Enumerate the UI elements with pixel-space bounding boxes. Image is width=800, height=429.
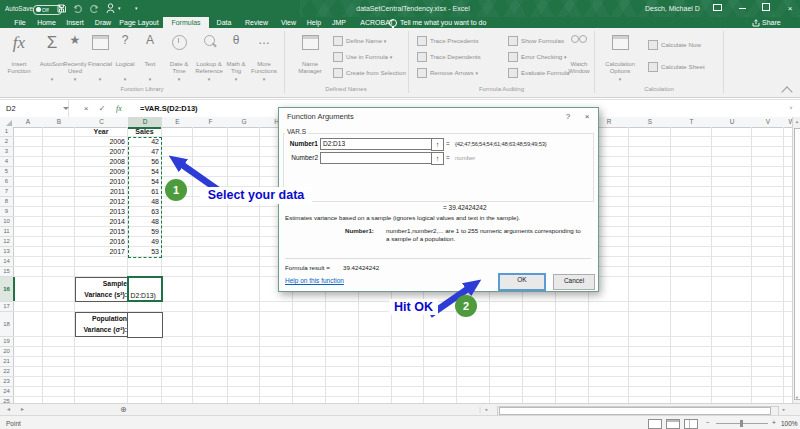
minimize-icon[interactable] xyxy=(731,0,753,17)
tab-formulas[interactable]: Formulas xyxy=(163,17,209,28)
sample-variance-label-cell[interactable]: SampleVariance (s²): xyxy=(75,277,130,302)
insert-function-fx-icon[interactable]: fx xyxy=(112,100,126,117)
number2-collapse-icon[interactable]: ↑ xyxy=(431,152,444,165)
dialog-close-icon[interactable]: × xyxy=(578,108,596,126)
trace-precedents-button[interactable]: Trace Precedents xyxy=(417,34,505,48)
use-in-formula-button[interactable]: Use in Formula ▾ xyxy=(333,50,407,64)
tab-jmp[interactable]: JMP xyxy=(326,17,352,28)
row-header-13[interactable]: 13 xyxy=(0,247,14,257)
row-header-17[interactable]: 17 xyxy=(0,302,14,312)
column-header-T[interactable]: T xyxy=(671,117,712,128)
define-name-button[interactable]: Define Name ▾ xyxy=(333,34,407,48)
row-header-14[interactable]: 14 xyxy=(0,257,14,267)
row-header-20[interactable]: 20 xyxy=(0,347,14,357)
row-header-8[interactable]: 8 xyxy=(0,197,14,207)
column-header-S[interactable]: S xyxy=(629,117,671,128)
column-header-B[interactable]: B xyxy=(43,117,75,128)
year-cell[interactable]: 2010 xyxy=(75,177,129,187)
row-header-11[interactable]: 11 xyxy=(0,227,14,237)
row-header-1[interactable]: 1 xyxy=(0,127,14,137)
qat-caret2-icon[interactable]: ▾ xyxy=(135,0,138,17)
calculate-sheet-button[interactable]: Calculate Sheet xyxy=(648,60,720,74)
hscroll-right-icon[interactable]: ► xyxy=(782,406,786,414)
sales-header-cell[interactable]: Sales xyxy=(128,127,161,137)
year-cell[interactable]: 2007 xyxy=(75,147,129,157)
year-cell[interactable]: 2016 xyxy=(75,237,129,247)
page-layout-view-icon[interactable] xyxy=(666,419,680,429)
tab-page-layout[interactable]: Page Layout xyxy=(115,17,163,28)
name-manager-button[interactable]: Name Manager xyxy=(291,31,329,85)
lookup-reference-button[interactable]: Lookup & Reference▾ xyxy=(194,31,224,85)
row-header-12[interactable]: 12 xyxy=(0,237,14,247)
number1-collapse-icon[interactable]: ↑ xyxy=(431,138,444,151)
year-cell[interactable]: 2006 xyxy=(75,137,129,147)
column-header-U[interactable]: U xyxy=(712,117,752,128)
more-functions-button[interactable]: …More Functions▾ xyxy=(249,31,279,85)
vertical-scroll-thumb[interactable] xyxy=(794,128,800,400)
tab-help[interactable]: Help xyxy=(301,17,327,28)
tab-view[interactable]: View xyxy=(275,17,302,28)
restore-icon[interactable] xyxy=(755,0,777,17)
expand-formula-bar-icon[interactable]: ˅ xyxy=(784,100,798,117)
tab-review[interactable]: Review xyxy=(239,17,274,28)
row-header-4[interactable]: 4 xyxy=(0,157,14,167)
sheet-nav-left-icon[interactable]: ◄ xyxy=(6,404,11,415)
row-header-16[interactable]: 16 xyxy=(0,277,15,302)
row-header-15[interactable]: 15 xyxy=(0,267,14,277)
row-header-21[interactable]: 21 xyxy=(0,357,14,367)
column-header-V[interactable]: V xyxy=(752,117,784,128)
date-time-button[interactable]: Date & Time▾ xyxy=(164,31,194,85)
user-tool-icon[interactable] xyxy=(106,3,115,14)
number2-input[interactable] xyxy=(320,152,432,164)
tab-scroll-divider[interactable]: ⋮ xyxy=(477,406,483,413)
row-header-19[interactable]: 19 xyxy=(0,337,14,347)
tab-acrobat[interactable]: ACROBAT xyxy=(351,17,403,28)
redo-icon[interactable] xyxy=(89,4,99,13)
population-variance-value-cell[interactable] xyxy=(127,312,163,338)
column-header-F[interactable]: F xyxy=(193,117,228,128)
insert-function-button[interactable]: fxInsert Function xyxy=(2,31,36,85)
year-cell[interactable]: 2011 xyxy=(75,187,129,197)
save-icon[interactable] xyxy=(57,4,66,13)
name-box[interactable]: D2 xyxy=(0,100,69,117)
vertical-scrollbar[interactable]: ▲ ▼ xyxy=(792,117,800,403)
tell-me-box[interactable]: Tell me what you want to do xyxy=(400,17,486,28)
cancel-entry-icon[interactable]: × xyxy=(79,100,93,117)
sheet-nav-right-icon[interactable]: ► xyxy=(20,404,25,415)
namebox-dropdown-icon[interactable] xyxy=(63,107,69,110)
ok-button[interactable]: OK xyxy=(498,273,546,291)
row-header-3[interactable]: 3 xyxy=(0,147,14,157)
row-header-24[interactable]: 24 xyxy=(0,387,14,397)
year-cell[interactable]: 2017 xyxy=(75,247,129,257)
dialog-title[interactable]: Function Arguments xyxy=(279,108,606,126)
row-header-10[interactable]: 10 xyxy=(0,217,14,227)
close-icon[interactable]: × xyxy=(779,0,800,17)
row-header-5[interactable]: 5 xyxy=(0,167,14,177)
tab-data[interactable]: Data xyxy=(210,17,238,28)
dialog-help-icon[interactable]: ? xyxy=(559,108,577,126)
normal-view-icon[interactable] xyxy=(648,419,662,429)
share-button[interactable]: Share xyxy=(762,17,781,28)
horizontal-scroll-thumb[interactable] xyxy=(499,407,771,415)
tab-file[interactable]: File xyxy=(8,17,32,28)
active-cell-d16[interactable]: D2:D13) xyxy=(127,276,163,302)
population-variance-label-cell[interactable]: PopulationVariance (σ²): xyxy=(75,312,130,337)
column-header-G[interactable]: G xyxy=(228,117,260,128)
number1-input[interactable]: D2:D13 xyxy=(320,138,432,150)
undo-icon[interactable] xyxy=(73,4,83,13)
formula-bar-text[interactable]: =VAR.S(D2:D13) xyxy=(140,100,198,117)
tab-home[interactable]: Home xyxy=(33,17,60,28)
row-header-7[interactable]: 7 xyxy=(0,187,14,197)
math-trig-button[interactable]: θMath & Trig▾ xyxy=(221,31,251,85)
year-cell[interactable]: 2008 xyxy=(75,157,129,167)
help-on-function-link[interactable]: Help on this function xyxy=(285,277,344,284)
tab-insert[interactable]: Insert xyxy=(61,17,89,28)
ribbon-display-options-icon[interactable] xyxy=(706,0,728,17)
tab-draw[interactable]: Draw xyxy=(90,17,116,28)
row-header-18[interactable]: 18 xyxy=(0,312,14,337)
row-header-23[interactable]: 23 xyxy=(0,377,14,387)
year-cell[interactable]: 2012 xyxy=(75,197,129,207)
row-header-6[interactable]: 6 xyxy=(0,177,14,187)
row-header-9[interactable]: 9 xyxy=(0,207,14,217)
remove-arrows-button[interactable]: Remove Arrows ▾ xyxy=(417,66,505,80)
